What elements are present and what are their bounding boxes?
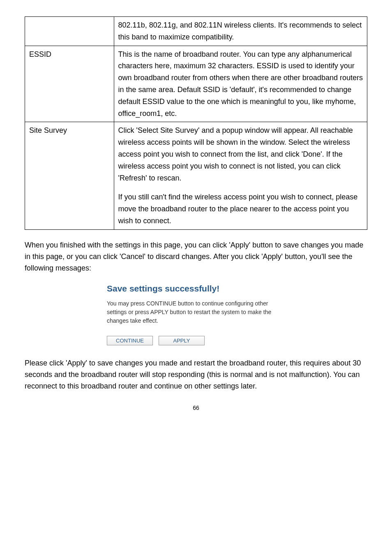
table-row: 802.11b, 802.11g, and 802.11N wireless c… (25, 17, 367, 46)
cell-left: Site Survey (25, 122, 114, 229)
page-number: 66 (25, 405, 367, 411)
save-heading: Save settings successfully! (107, 284, 279, 294)
cell-paragraph: If you still can't find the wireless acc… (118, 191, 363, 227)
apply-button[interactable]: APPLY (159, 336, 205, 345)
body-paragraph: When you finished with the settings in t… (25, 240, 367, 274)
cell-right: Click 'Select Site Survey' and a popup w… (114, 122, 367, 229)
body-paragraph: Please click 'Apply' to save changes you… (25, 358, 367, 392)
table-row: Site Survey Click 'Select Site Survey' a… (25, 122, 367, 229)
save-settings-block: Save settings successfully! You may pres… (107, 284, 279, 345)
table-row: ESSID This is the name of broadband rout… (25, 46, 367, 122)
button-row: CONTINUE APPLY (107, 336, 279, 345)
save-description: You may press CONTINUE button to continu… (107, 299, 279, 325)
cell-right: This is the name of broadband router. Yo… (114, 46, 367, 122)
cell-right: 802.11b, 802.11g, and 802.11N wireless c… (114, 17, 367, 46)
continue-button[interactable]: CONTINUE (107, 336, 153, 345)
cell-paragraph: Click 'Select Site Survey' and a popup w… (118, 125, 363, 184)
cell-left: ESSID (25, 46, 114, 122)
cell-left (25, 17, 114, 46)
settings-table: 802.11b, 802.11g, and 802.11N wireless c… (25, 16, 367, 230)
